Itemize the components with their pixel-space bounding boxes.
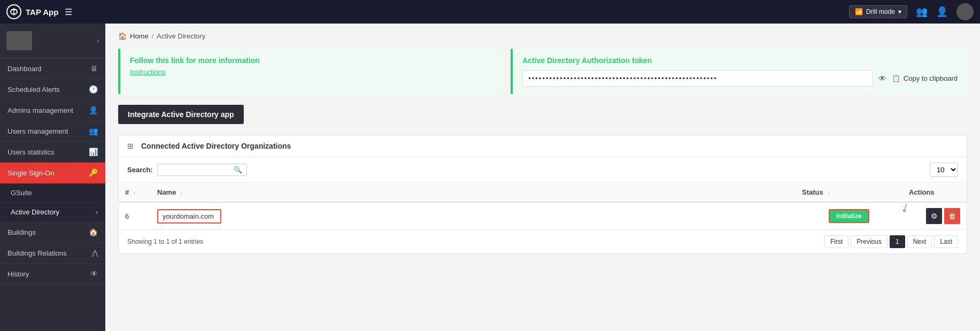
- sidebar-item-history[interactable]: History 👁: [0, 264, 105, 284]
- sidebar-item-users-management[interactable]: Users management 👥: [0, 121, 105, 142]
- sidebar-profile: ›: [0, 24, 105, 58]
- search-input[interactable]: [162, 166, 232, 174]
- profile-chevron-icon[interactable]: ›: [97, 37, 99, 44]
- chevron-down-icon: ▾: [898, 8, 901, 16]
- app-title: TAP App: [26, 7, 58, 17]
- table-footer: Showing 1 to 1 of 1 entries First Previo…: [119, 229, 967, 253]
- home-icon: 🏠: [118, 32, 127, 40]
- user-add-icon[interactable]: 👤: [936, 6, 948, 18]
- sidebar-item-active-directory[interactable]: Active Directory ›: [0, 203, 105, 222]
- token-row: ••••••••••••••••••••••••••••••••••••••••…: [522, 70, 958, 87]
- topbar: TAP App ☰ 📶 Drill mode ▾ 👥 👤: [0, 0, 980, 24]
- search-label: Search:: [127, 166, 153, 174]
- stats-icon: 📊: [89, 148, 98, 156]
- col-header-num: # ↕: [119, 183, 151, 202]
- avatar: [956, 3, 974, 20]
- breadcrumb-home[interactable]: Home: [130, 32, 149, 40]
- table-row: 6 yourdomain.com initialize ↓: [119, 202, 967, 229]
- admin-icon: 👤: [89, 106, 98, 114]
- cell-name: yourdomain.com: [151, 202, 796, 229]
- sidebar: › Dashboard 🖥 Scheduled Alerts 🕐 Admins …: [0, 24, 105, 331]
- search-input-wrap: 🔍: [157, 164, 247, 176]
- col-header-actions: Actions: [902, 183, 967, 202]
- grid-icon: ⊞: [127, 142, 134, 150]
- table-section-title: Connected Active Directory Organizations: [141, 142, 291, 150]
- breadcrumb: 🏠 Home / Active Directory: [118, 32, 967, 40]
- drill-mode-icon: 📶: [855, 8, 863, 16]
- dashboard-icon: 🖥: [90, 64, 98, 73]
- profile-avatar: [6, 31, 32, 50]
- initialize-button[interactable]: initialize: [829, 209, 869, 223]
- topbar-left: TAP App ☰: [6, 4, 72, 19]
- sort-icon-num[interactable]: ↕: [133, 190, 136, 196]
- table-body: 6 yourdomain.com initialize ↓: [119, 202, 967, 229]
- table-header-row: ⊞ Connected Active Directory Organizatio…: [119, 135, 967, 157]
- search-left: Search: 🔍: [127, 164, 247, 176]
- copy-to-clipboard-button[interactable]: 📋 Copy to clipboard: [892, 74, 958, 82]
- toggle-token-visibility-button[interactable]: 👁: [878, 74, 886, 83]
- sidebar-sub-menu: GSuite Active Directory ›: [0, 183, 105, 222]
- table-header-row-cols: # ↕ Name ↕ Status ↕ Actions: [119, 183, 967, 202]
- sidebar-item-buildings[interactable]: Buildings 🏠: [0, 222, 105, 243]
- users-icon[interactable]: 👥: [916, 6, 928, 18]
- users-icon: 👥: [89, 127, 98, 135]
- token-panel-title: Active Directory Authorization token: [522, 56, 958, 65]
- sort-icon-status[interactable]: ↕: [827, 190, 830, 196]
- info-panel-link: Follow this link for more information In…: [118, 49, 502, 94]
- token-field: ••••••••••••••••••••••••••••••••••••••••…: [522, 70, 873, 87]
- pagination-previous[interactable]: Previous: [851, 235, 888, 248]
- pagination-page-1[interactable]: 1: [890, 235, 905, 248]
- col-header-name: Name ↕: [151, 183, 796, 202]
- main-layout: › Dashboard 🖥 Scheduled Alerts 🕐 Admins …: [0, 24, 980, 331]
- cell-num: 6: [119, 202, 151, 229]
- token-actions: 👁 📋 Copy to clipboard: [878, 74, 958, 83]
- token-panel: Active Directory Authorization token •••…: [511, 49, 967, 94]
- relations-icon: ⋀: [92, 249, 98, 257]
- sort-icon-name[interactable]: ↕: [180, 190, 183, 196]
- pagination-first[interactable]: First: [824, 235, 848, 248]
- cell-actions: ↓ ⚙ 🗑: [902, 202, 967, 229]
- chevron-right-icon: ›: [96, 208, 98, 216]
- breadcrumb-separator: /: [152, 32, 154, 40]
- table-head: # ↕ Name ↕ Status ↕ Actions: [119, 183, 967, 202]
- breadcrumb-current: Active Directory: [157, 32, 205, 40]
- info-panel-title: Follow this link for more information: [130, 56, 492, 65]
- topbar-right: 📶 Drill mode ▾ 👥 👤: [849, 3, 974, 20]
- key-icon: 🔑: [89, 168, 98, 177]
- table-section: ⊞ Connected Active Directory Organizatio…: [118, 135, 967, 254]
- pagination: First Previous 1 Next Last: [824, 235, 958, 248]
- domain-name-field: yourdomain.com: [157, 209, 221, 224]
- eye-icon: 👁: [90, 270, 98, 278]
- clipboard-icon: 📋: [892, 74, 900, 82]
- sidebar-item-dashboard[interactable]: Dashboard 🖥: [0, 58, 105, 79]
- sidebar-item-gsuite[interactable]: GSuite: [0, 183, 105, 203]
- sidebar-item-scheduled-alerts[interactable]: Scheduled Alerts 🕐: [0, 79, 105, 100]
- menu-icon[interactable]: ☰: [65, 7, 72, 17]
- app-logo: TAP App: [6, 4, 58, 19]
- pagination-next[interactable]: Next: [907, 235, 932, 248]
- search-row: Search: 🔍 10 25 50: [119, 157, 967, 183]
- clock-icon: 🕐: [89, 85, 98, 94]
- pagination-last[interactable]: Last: [934, 235, 958, 248]
- sidebar-item-single-sign-on[interactable]: Single Sign-On 🔑: [0, 163, 105, 183]
- showing-text: Showing 1 to 1 of 1 entries: [127, 238, 203, 245]
- cell-status: initialize: [796, 202, 902, 229]
- data-table: # ↕ Name ↕ Status ↕ Actions: [119, 183, 967, 229]
- per-page-select[interactable]: 10 25 50: [930, 163, 958, 177]
- drill-mode-button[interactable]: 📶 Drill mode ▾: [849, 5, 907, 18]
- sidebar-item-buildings-relations[interactable]: Buildings Relations ⋀: [0, 243, 105, 264]
- search-icon: 🔍: [234, 166, 242, 174]
- info-panels-row: Follow this link for more information In…: [118, 49, 967, 94]
- content-area: 🏠 Home / Active Directory Follow this li…: [105, 24, 980, 331]
- drill-mode-label: Drill mode: [866, 8, 895, 16]
- delete-button[interactable]: 🗑: [944, 208, 960, 224]
- sidebar-item-admins-management[interactable]: Admins management 👤: [0, 100, 105, 121]
- sidebar-item-users-statistics[interactable]: Users statistics 📊: [0, 142, 105, 163]
- buildings-icon: 🏠: [89, 228, 98, 236]
- logo-icon: [6, 4, 21, 19]
- settings-button[interactable]: ⚙: [926, 208, 942, 224]
- action-buttons: ↓ ⚙ 🗑: [909, 208, 960, 224]
- col-header-status: Status ↕: [796, 183, 902, 202]
- instructions-link[interactable]: Instructions: [130, 68, 165, 76]
- integrate-active-directory-button[interactable]: Integrate Active Directory app: [118, 105, 244, 124]
